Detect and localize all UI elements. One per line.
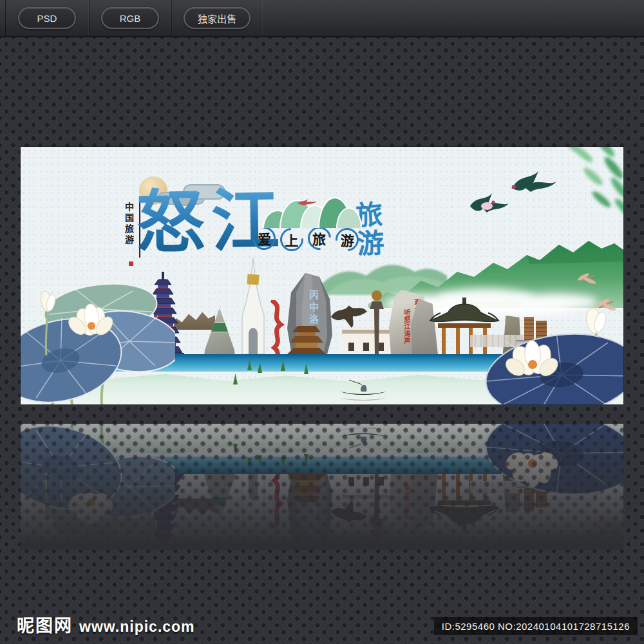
swallows-graphic	[464, 169, 558, 225]
small-tree	[233, 374, 238, 384]
red-seal-dot	[129, 261, 133, 266]
red-ribbon-sculpture	[269, 300, 286, 361]
lotus-bud	[585, 307, 608, 335]
top-toolbar: PSD RGB 独家出售	[0, 0, 644, 37]
poster-artwork[interactable]: 中国旅游 怒江 旅游 爱 上 旅 游	[21, 147, 623, 404]
site-logo-url: www.nipic.com	[79, 618, 195, 636]
swallow-icon	[470, 193, 509, 213]
lotus-group-right	[479, 270, 623, 404]
red-crane-icon	[296, 197, 318, 207]
rgb-mode-button[interactable]: RGB	[101, 7, 159, 29]
toolbar-cell-psd: PSD	[5, 0, 89, 37]
slogan-love-travel: 爱 上 旅 游	[252, 227, 359, 251]
site-logo[interactable]: 昵图网 www.nipic.com	[17, 612, 195, 637]
stone-inscription-line2: 听怒江涛声	[402, 309, 412, 345]
exclusive-sale-button[interactable]: 独家出售	[184, 7, 251, 29]
white-spire-monument	[236, 258, 270, 362]
small-hills-graphic	[263, 196, 366, 229]
dragonfly-icon	[577, 272, 617, 312]
toolbar-cell-exclusive: 独家出售	[171, 0, 263, 37]
site-logo-chinese: 昵图网	[17, 612, 73, 637]
toolbar-cell-rgb: RGB	[89, 0, 171, 37]
psd-format-button[interactable]: PSD	[18, 7, 76, 29]
nipic-preview-page: { "toolbar": { "buttons": [ { "label": "…	[0, 0, 644, 644]
column-monument-graphic	[368, 290, 385, 355]
eagle-sculpture-graphic	[328, 300, 368, 329]
fisherman-boat-graphic	[339, 379, 388, 404]
image-id-strip: ID:5295460 NO:20240104101728715126	[434, 617, 638, 635]
lotus-group-left	[21, 278, 175, 404]
swallow-icon	[511, 171, 556, 192]
